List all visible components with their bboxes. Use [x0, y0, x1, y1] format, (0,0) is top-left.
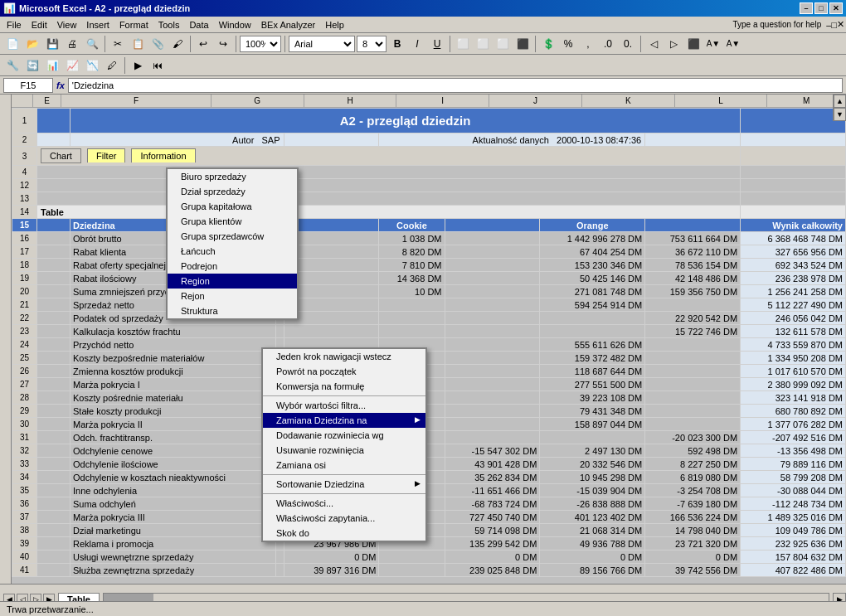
ctx-zamiana[interactable]: Zamiana Dziedzina na — [263, 413, 425, 428]
context-menu: Jeden krok nawigacji wstecz Powrót na po… — [261, 347, 427, 542]
bex-btn6[interactable]: 🖊 — [103, 56, 121, 75]
table-row: 12 — [12, 179, 846, 192]
help-search[interactable]: Type a question for help — [727, 20, 826, 29]
format-painter[interactable]: 🖌 — [168, 35, 187, 53]
bex-btn5[interactable]: 📉 — [83, 56, 101, 75]
menu-view[interactable]: View — [52, 18, 82, 32]
ctx-dodawanie[interactable]: Dodawanie rozwiniecia wg — [263, 428, 425, 443]
close-button[interactable]: ✕ — [829, 2, 843, 14]
col-k[interactable]: K — [582, 95, 675, 107]
menu-bex[interactable]: BEx Analyzer — [256, 18, 320, 32]
ctx-sortowanie[interactable]: Sortowanie Dziedzina — [263, 477, 425, 492]
menu-tools[interactable]: Tools — [153, 18, 185, 32]
menu-window[interactable]: Window — [214, 18, 256, 32]
col-e[interactable]: E — [33, 95, 61, 107]
save-button[interactable]: 💾 — [43, 35, 61, 53]
scroll-up-button[interactable]: ▲ — [834, 95, 846, 108]
bex-btn7[interactable]: ▶ — [129, 56, 147, 75]
menu-format[interactable]: Format — [114, 18, 153, 32]
print-button[interactable]: 🖨 — [63, 35, 81, 53]
bex-btn1[interactable]: 🔧 — [3, 56, 22, 75]
formula-input[interactable] — [68, 78, 843, 93]
align-right[interactable]: ⬜ — [494, 35, 512, 53]
preview-button[interactable]: 🔍 — [83, 35, 101, 53]
scroll-down-button[interactable]: ▼ — [834, 108, 846, 121]
sub-grupa-sp[interactable]: Grupa sprzedawców — [168, 229, 297, 244]
sub-dzial[interactable]: Dział sprzedaży — [168, 184, 297, 199]
tab-information[interactable]: Information — [131, 148, 195, 162]
font-size-combo[interactable]: 8 — [357, 36, 387, 52]
decrease-indent[interactable]: ◁ — [644, 35, 663, 53]
border-btn[interactable]: ⬛ — [684, 35, 703, 53]
cut-button[interactable]: ✂ — [109, 35, 127, 53]
col-f[interactable]: F — [61, 95, 211, 107]
sub-biuro[interactable]: Biuro sprzedaży — [168, 169, 297, 184]
col-i[interactable]: I — [396, 95, 489, 107]
redo-button[interactable]: ↪ — [214, 35, 232, 53]
ctx-wlasciwosci[interactable]: Właściwości... — [263, 496, 425, 511]
bex-btn4[interactable]: 📈 — [63, 56, 81, 75]
increase-indent[interactable]: ▷ — [664, 35, 683, 53]
align-left[interactable]: ⬜ — [454, 35, 472, 53]
bex-btn3[interactable]: 📊 — [43, 56, 61, 75]
cell-reference[interactable]: F15 — [3, 78, 53, 93]
tab-chart[interactable]: Chart — [41, 148, 81, 163]
tab-filter[interactable]: Filter — [87, 148, 125, 162]
sub-rejon[interactable]: Rejon — [168, 289, 297, 303]
ctx-skok[interactable]: Skok do — [263, 526, 425, 541]
ctx-jeden-krok[interactable]: Jeden krok nawigacji wstecz — [263, 349, 425, 364]
currency-btn[interactable]: 💲 — [539, 35, 557, 53]
open-button[interactable]: 📂 — [23, 35, 41, 53]
font-color[interactable]: A▼ — [724, 35, 742, 53]
increase-decimal[interactable]: .0 — [599, 35, 617, 53]
menu-file[interactable]: File — [2, 18, 27, 32]
fill-color[interactable]: A▼ — [704, 35, 722, 53]
menu-edit[interactable]: Edit — [27, 18, 52, 32]
italic-button[interactable]: I — [408, 35, 426, 53]
bold-button[interactable]: B — [388, 35, 406, 53]
undo-button[interactable]: ↩ — [194, 35, 212, 53]
sub-region[interactable]: Region — [168, 274, 297, 289]
title-pad — [741, 109, 846, 133]
ctx-wybor[interactable]: Wybór wartości filtra... — [263, 398, 425, 413]
percent-btn[interactable]: % — [559, 35, 577, 53]
col-j[interactable]: J — [489, 95, 582, 107]
align-center[interactable]: ⬜ — [474, 35, 492, 53]
bex-btn8[interactable]: ⏮ — [148, 56, 167, 75]
menu-insert[interactable]: Insert — [81, 18, 114, 32]
table-row: 33 Odchylenie ilościowe 7 427 892 DM 43 … — [12, 458, 846, 471]
table-row: 13 — [12, 192, 846, 206]
app-close[interactable]: ✕ — [837, 19, 844, 30]
ctx-zamiana-osi[interactable]: Zamiana osi — [263, 458, 425, 473]
underline-button[interactable]: U — [428, 35, 446, 53]
empty-cell — [37, 109, 70, 133]
col-l[interactable]: L — [675, 95, 768, 107]
copy-button[interactable]: 📋 — [129, 35, 147, 53]
tabs-cell: Chart Filter Information — [37, 147, 741, 166]
ctx-wlasciwosci-zapytania[interactable]: Właściwości zapytania... — [263, 511, 425, 526]
sub-lancuch[interactable]: Łańcuch — [168, 244, 297, 259]
app-restore[interactable]: □ — [831, 20, 837, 30]
minimize-button[interactable]: – — [800, 2, 813, 14]
font-name-combo[interactable]: Arial — [289, 36, 355, 52]
ctx-powrot[interactable]: Powrót na początek — [263, 364, 425, 379]
vertical-scrollbar[interactable]: ▲ ▼ — [833, 95, 846, 121]
bex-btn2[interactable]: 🔄 — [23, 56, 41, 75]
zoom-combo[interactable]: 100% — [240, 36, 281, 52]
sub-podrejon[interactable]: Podrejon — [168, 259, 297, 274]
maximize-button[interactable]: □ — [814, 2, 828, 14]
merge-center[interactable]: ⬛ — [513, 35, 532, 53]
sub-grupa-kl[interactable]: Grupa klientów — [168, 214, 297, 229]
sub-grupa-kap[interactable]: Grupa kapitałowa — [168, 199, 297, 214]
comma-btn[interactable]: , — [579, 35, 597, 53]
col-g[interactable]: G — [212, 95, 304, 107]
paste-button[interactable]: 📎 — [148, 35, 167, 53]
col-h[interactable]: H — [304, 95, 397, 107]
menu-help[interactable]: Help — [320, 18, 349, 32]
decrease-decimal[interactable]: 0. — [619, 35, 637, 53]
new-button[interactable]: 📄 — [3, 35, 22, 53]
sub-struktura[interactable]: Struktura — [168, 303, 297, 318]
ctx-usuwanie[interactable]: Usuwanie rozwinięcia — [263, 443, 425, 458]
menu-data[interactable]: Data — [184, 18, 213, 32]
ctx-konwersja[interactable]: Konwersja na formułę — [263, 379, 425, 394]
